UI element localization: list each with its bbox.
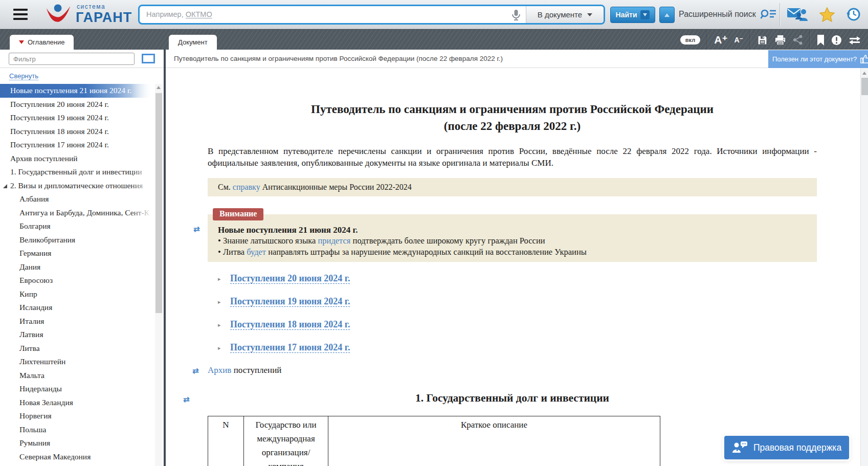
toc-item[interactable]: Мальта (0, 369, 154, 383)
microphone-icon[interactable] (511, 9, 522, 20)
toc-item-label: Норвегия (19, 411, 52, 420)
toc-item[interactable]: Евросоюз (0, 274, 154, 287)
toc-item[interactable]: Антигуа и Барбуда, Доминика, Сент-К (0, 206, 154, 220)
toc-item[interactable]: Польша (0, 423, 154, 437)
entry-link[interactable]: Поступления 18 июня 2024 г. (230, 319, 350, 329)
toc-item[interactable]: Норвегия (0, 409, 154, 423)
scrollbar-thumb[interactable] (861, 78, 868, 95)
bullet-link[interactable]: придется (318, 236, 350, 246)
entry-link[interactable]: Поступления 20 июня 2024 г. (230, 273, 350, 283)
entry-link-row: ▸ Поступления 20 июня 2024 г. (230, 273, 817, 284)
chevron-down-icon (587, 13, 592, 16)
thumb-up-icon[interactable] (860, 54, 868, 64)
toc-item[interactable]: Дания (0, 260, 154, 274)
toggle-on-button[interactable]: вкл (680, 35, 700, 45)
top-header-bar: система ГАРАНТ Например, ОКТМО В док (0, 0, 868, 29)
menu-hamburger-icon[interactable] (13, 9, 28, 20)
garant-logo[interactable]: система ГАРАНТ (45, 3, 132, 25)
anchor-link-icon[interactable]: ⇄ (192, 366, 199, 376)
toc-item[interactable]: Латвия (0, 328, 154, 342)
document-rating-bar: Полезен ли этот документ? (768, 50, 868, 68)
toc-item[interactable]: Новые поступления 21 июня 2024 г. (0, 84, 154, 98)
share-icon[interactable] (793, 35, 803, 45)
search-scope-dropdown[interactable]: В документе (526, 6, 604, 23)
entry-link-row: ▸ Поступления 17 июня 2024 г. (230, 342, 817, 353)
print-icon[interactable] (774, 35, 786, 46)
toc-item[interactable]: Германия (0, 247, 154, 260)
triangle-marker-icon[interactable]: ▸ (218, 297, 221, 307)
font-increase-button[interactable]: A⁺ (714, 34, 727, 46)
tab-strip: Оглавление Документ вкл A⁺ A⁻ (0, 29, 868, 50)
toc-item[interactable]: Кипр (0, 287, 154, 301)
scroll-up-button[interactable] (659, 7, 675, 23)
sub-row: Путеводитель по санкциям и ограничениям … (0, 50, 868, 68)
toc-item[interactable]: Поступления 20 июня 2024 г. (0, 98, 154, 112)
scrollbar-arrow-up-icon[interactable] (862, 72, 866, 75)
toc-item[interactable]: 2. Визы и дипломатические отношения (0, 179, 154, 193)
scrollbar-thumb[interactable] (155, 93, 162, 313)
tab-document[interactable]: Документ (169, 35, 217, 50)
toc-item[interactable]: Великобритания (0, 233, 154, 247)
entry-link[interactable]: Поступления 19 июня 2024 г. (230, 296, 350, 306)
toc-item-label: Архив поступлений (10, 154, 78, 163)
sanctions-table: N Государство или международная организа… (208, 416, 660, 466)
find-button[interactable]: Найти (610, 7, 655, 23)
sidebar-scrollbar[interactable] (155, 84, 163, 466)
toc-item[interactable]: Поступления 19 июня 2024 г. (0, 111, 154, 125)
advanced-search-icon (760, 9, 776, 20)
triangle-marker-icon[interactable]: ▸ (218, 274, 221, 284)
toc-item[interactable]: 1. Государственный долг и инвестиции (0, 165, 154, 179)
document-scrollbar[interactable] (860, 68, 868, 466)
messages-icon[interactable] (787, 7, 808, 22)
triangle-marker-icon[interactable]: ▸ (218, 320, 221, 330)
favorites-star-icon[interactable] (819, 7, 835, 22)
toc-item-label: Исландия (19, 303, 52, 312)
document-toolbar: вкл A⁺ A⁻ (680, 30, 861, 50)
triangle-marker-icon[interactable]: ▸ (218, 343, 221, 353)
anchor-link-icon[interactable]: ⇄ (193, 225, 200, 234)
toc-sync-button[interactable] (142, 54, 155, 63)
tree-expander-icon[interactable] (3, 184, 7, 188)
tab-toc[interactable]: Оглавление (10, 35, 74, 50)
toc-item[interactable]: Италия (0, 315, 154, 328)
see-note-link[interactable]: справку (233, 183, 260, 191)
font-decrease-button[interactable]: A⁻ (735, 36, 744, 44)
toc-item[interactable]: Исландия (0, 301, 154, 315)
toc-item-label: Кипр (19, 290, 37, 298)
bookmark-icon[interactable] (817, 35, 825, 46)
toc-item[interactable]: Нидерланды (0, 382, 154, 396)
toc-item-label: Италия (19, 317, 44, 325)
toc-item[interactable]: Новая Зеландия (0, 396, 154, 410)
legal-support-button[interactable]: Правовая поддержка (724, 436, 849, 459)
archive-link[interactable]: Архив (208, 365, 231, 375)
toc-item[interactable]: Болгария (0, 219, 154, 233)
scrollbar-arrow-up-icon[interactable] (157, 86, 161, 89)
toc-item[interactable]: Литва (0, 342, 154, 356)
toc-item[interactable]: Северная Македония (0, 450, 154, 464)
arrow-up-icon (664, 13, 670, 17)
header-divider (780, 3, 780, 26)
collapse-link[interactable]: Свернуть (9, 72, 38, 80)
toc-item-label: Новые поступления 21 июня 2024 г. (10, 86, 131, 95)
bullet-link[interactable]: будет (247, 247, 266, 257)
toc-item[interactable]: Поступления 17 июня 2024 г. (0, 138, 154, 152)
advanced-search-link[interactable]: Расширенный поиск (679, 9, 776, 20)
toc-item[interactable]: Лихтенштейн (0, 355, 154, 369)
info-warning-icon[interactable] (831, 35, 842, 46)
toc-item[interactable]: Румыния (0, 436, 154, 450)
history-icon[interactable] (846, 7, 861, 22)
toc-item[interactable]: Поступления 18 июня 2024 г. (0, 125, 154, 139)
compare-arrows-icon[interactable] (849, 35, 861, 45)
toc-item-label: Румыния (19, 438, 50, 447)
rating-question: Полезен ли этот документ? (772, 55, 857, 63)
find-options-icon[interactable] (640, 10, 650, 19)
entry-link[interactable]: Поступления 17 июня 2024 г. (230, 342, 350, 352)
save-icon[interactable] (757, 35, 768, 46)
anchor-link-icon[interactable]: ⇄ (183, 393, 190, 406)
search-input[interactable] (140, 6, 526, 23)
toc-filter-input[interactable] (9, 53, 135, 65)
toc-item[interactable]: Архив поступлений (0, 152, 154, 166)
toc-item[interactable]: Албания (0, 192, 154, 206)
toc-item-label: Поступления 20 июня 2024 г. (10, 100, 109, 108)
attention-bullet: • Литва будет направлять штрафы за наруш… (218, 247, 807, 258)
